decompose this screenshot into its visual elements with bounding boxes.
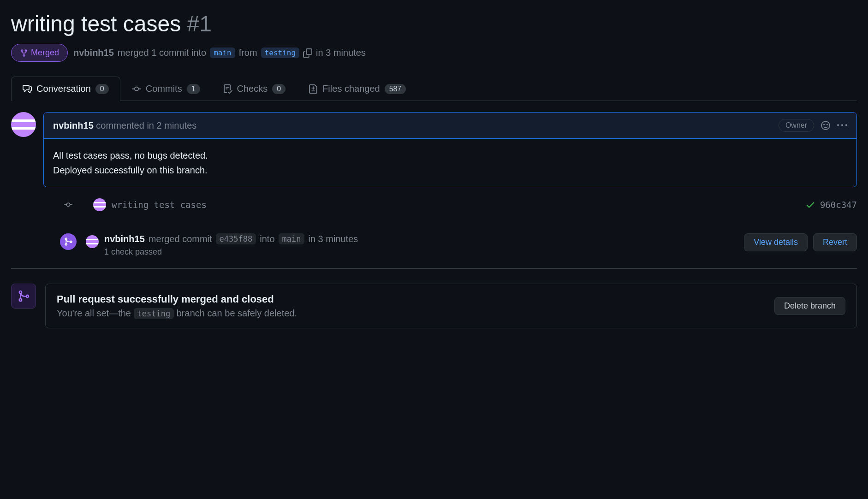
avatar[interactable] [86,235,99,248]
commit-row: writing test cases 960c347 [11,187,857,222]
revert-button[interactable]: Revert [813,233,857,251]
owner-badge: Owner [779,119,814,132]
comment-header: nvbinh15 commented in 2 minutes Owner [44,113,856,139]
merged-msg-box: Pull request successfully merged and clo… [45,284,857,328]
comment-body: All test cases pass, no bugs detected. D… [44,139,856,187]
merged-branch: testing [134,308,174,319]
delete-branch-button[interactable]: Delete branch [774,297,845,315]
comment-header-left: nvbinh15 commented in 2 minutes [53,120,196,131]
kebab-menu-button[interactable] [837,120,847,131]
tab-commits-label: Commits [146,83,182,94]
git-merge-icon [64,237,73,246]
kebab-horizontal-icon [837,120,847,131]
check-icon [805,200,815,210]
comment-line-2: Deployed successfully on this branch. [53,163,847,178]
emoji-react-button[interactable] [820,120,831,131]
tab-checks-label: Checks [237,83,268,94]
merge-checks-passed: 1 check passed [104,247,744,257]
tab-checks[interactable]: Checks 0 [212,77,297,101]
base-branch[interactable]: main [210,48,235,58]
checklist-icon [223,84,232,94]
state-badge-merged: Merged [11,44,68,62]
merged-sub-prefix: You're all set—the [57,308,131,318]
tab-commits[interactable]: Commits 1 [120,77,212,101]
tab-conversation-count: 0 [95,84,109,94]
view-details-button[interactable]: View details [744,233,808,251]
comment-box: nvbinh15 commented in 2 minutes Owner Al… [43,112,857,187]
smiley-icon [820,120,831,131]
timeline: nvbinh15 commented in 2 minutes Owner Al… [11,112,857,328]
file-diff-icon [309,84,318,94]
merge-event-row: nvbinh15 merged commit e435f88 into main… [11,222,857,269]
merge-action: merged commit [149,234,212,244]
tab-conversation-label: Conversation [36,83,91,94]
git-merge-icon [20,49,28,57]
pr-title-text: writing test cases [11,12,181,36]
comment-line-1: All test cases pass, no bugs detected. [53,148,847,163]
merge-event-content: nvbinh15 merged commit e435f88 into main… [104,233,744,257]
avatar[interactable] [11,112,36,137]
comment-item: nvbinh15 commented in 2 minutes Owner Al… [11,112,857,187]
pr-time: in 3 minutes [316,48,366,58]
merge-target-branch[interactable]: main [279,233,305,244]
tab-conversation[interactable]: Conversation 0 [11,77,120,101]
merge-author[interactable]: nvbinh15 [104,234,145,244]
pr-meta-row: Merged nvbinh15 merged 1 commit into mai… [11,44,857,62]
tab-files-changed[interactable]: Files changed 587 [297,77,417,101]
tab-files-label: Files changed [322,83,380,94]
merged-msg-title: Pull request successfully merged and clo… [57,293,297,305]
svg-point-2 [827,124,827,125]
commit-message[interactable]: writing test cases [112,200,805,210]
merged-msg-sub: You're all set—the testing branch can be… [57,308,297,319]
pr-meta-text: nvbinh15 merged 1 commit into main from … [73,48,366,58]
merge-into-text: into [260,234,274,244]
comment-discussion-icon [23,84,32,94]
git-commit-icon [64,201,72,209]
pr-number: #1 [187,12,211,36]
pr-tabs: Conversation 0 Commits 1 Checks 0 Files … [11,77,857,101]
tab-commits-count: 1 [187,84,200,94]
merged-confirmation-row: Pull request successfully merged and clo… [11,284,857,328]
merged-msg-text: Pull request successfully merged and clo… [57,293,297,319]
merge-time[interactable]: in 3 minutes [308,234,358,244]
comment-time[interactable]: in 2 minutes [147,120,196,131]
merge-event-actions: View details Revert [744,233,857,251]
pr-author[interactable]: nvbinh15 [73,48,114,58]
head-branch[interactable]: testing [261,48,299,58]
copy-icon [303,48,312,58]
merge-event-line: nvbinh15 merged commit e435f88 into main… [104,233,744,244]
commit-marker [60,201,77,209]
merged-sub-suffix: branch can be safely deleted. [177,308,297,318]
comment-action: commented [96,120,144,131]
svg-point-1 [824,124,824,125]
pr-title: writing test cases #1 [11,11,857,36]
commit-sha[interactable]: 960c347 [820,200,857,210]
merged-icon-box [11,284,36,309]
merge-commit-sha[interactable]: e435f88 [216,233,256,244]
copy-branch-button[interactable] [303,48,312,58]
state-label: Merged [31,48,59,58]
tab-checks-count: 0 [272,84,285,94]
commit-sha-wrap: 960c347 [805,200,857,210]
pr-action-prefix: merged 1 commit into [118,48,206,58]
git-commit-icon [132,84,141,94]
git-merge-icon [17,290,30,303]
from-text: from [239,48,257,58]
comment-author[interactable]: nvbinh15 [53,120,94,131]
avatar[interactable] [93,198,106,211]
svg-point-0 [821,121,830,130]
tab-files-count: 587 [385,84,406,94]
merge-event-badge [60,233,77,250]
comment-header-right: Owner [779,119,847,132]
